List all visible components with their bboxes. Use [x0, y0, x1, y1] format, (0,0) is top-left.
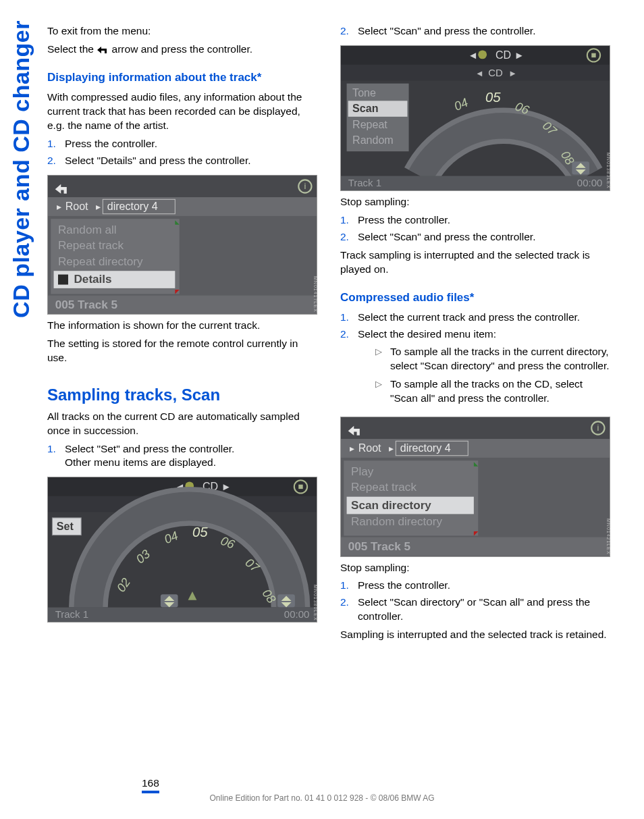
triangle-icon: ▷: [375, 377, 390, 406]
svg-text:005 Track 5: 005 Track 5: [348, 540, 411, 553]
sampling-desc: All tracks on the current CD are automat…: [47, 410, 317, 438]
svg-text:Set: Set: [57, 521, 74, 533]
substeps: ▷To sample all the tracks in the current…: [358, 345, 610, 406]
step-text: Select "Scan" and press the controller.: [358, 24, 610, 38]
svg-text:◄: ◄: [468, 49, 478, 61]
step-text: Select the desired menu item: ▷To sample…: [358, 327, 610, 411]
side-tab: CD player and CD changer: [8, 20, 38, 358]
heading-displaying-info: Displaying information about the track*: [47, 70, 317, 85]
sampling-steps: 1. Select "Set" and press the controller…: [47, 442, 317, 471]
svg-text:Track 1: Track 1: [55, 608, 88, 620]
info-stored: The setting is stored for the remote con…: [47, 337, 317, 365]
info-desc: With compressed audio files, any informa…: [47, 90, 317, 133]
substep-text: To sample all the tracks in the current …: [390, 345, 610, 373]
footer: 168 Online Edition for Part no. 01 41 0 …: [0, 793, 644, 803]
svg-point-56: [478, 50, 487, 59]
stop-sampling-2: Stop sampling:: [340, 561, 610, 575]
svg-text:Scan directory: Scan directory: [351, 499, 431, 512]
step-num: 1.: [340, 579, 358, 593]
step-num: 2.: [340, 230, 358, 244]
stop-steps-1: 1.Press the controller. 2.Select "Scan" …: [340, 213, 610, 244]
heading-sampling: Sampling tracks, Scan: [47, 386, 317, 404]
svg-text:05: 05: [192, 525, 208, 539]
svg-text:Random directory: Random directory: [351, 516, 442, 529]
step-num: 1.: [47, 442, 65, 471]
svg-text:▸: ▸: [57, 201, 61, 212]
svg-text:00:00: 00:00: [284, 608, 309, 620]
screenshot-set-wheel: ◄ CD ► ◄ CD ► Set: [47, 477, 317, 623]
svg-text:directory 4: directory 4: [107, 200, 158, 212]
page-number: 168: [142, 777, 159, 793]
sampling-retained: Sampling is interrupted and the selected…: [340, 628, 610, 642]
screenshot-details-menu: i ▸ Root ▸ directory 4 Random all Repeat…: [47, 175, 317, 315]
svg-text:Repeat track: Repeat track: [58, 239, 124, 252]
svg-text:Play: Play: [351, 465, 374, 478]
step-num: 2.: [340, 24, 358, 38]
right-column: 2.Select "Scan" and press the controller…: [340, 20, 610, 646]
step-text: Press the controller.: [358, 579, 610, 593]
svg-text:directory 4: directory 4: [400, 442, 451, 454]
step-text: Select the current track and press the c…: [358, 311, 610, 325]
svg-text:Tone: Tone: [352, 86, 376, 99]
svg-text:00:00: 00:00: [577, 176, 602, 188]
svg-text:05: 05: [485, 90, 501, 105]
svg-text:i: i: [304, 181, 306, 191]
svg-text:Track 1: Track 1: [348, 176, 381, 188]
svg-text:Random: Random: [352, 134, 394, 146]
svg-rect-17: [58, 274, 68, 284]
step-text: Select "Scan" and press the controller.: [358, 230, 610, 244]
svg-rect-28: [298, 485, 302, 489]
svg-text:▸: ▸: [350, 443, 354, 454]
screenshot-scan-wheel: ◄ CD ► ◄ CD ► Tone Scan Repeat Random: [340, 45, 610, 191]
svg-text:◄: ◄: [475, 68, 484, 78]
step-text: Select "Scan directory" or "Scan all" an…: [358, 596, 610, 624]
info-shown: The information is shown for the current…: [47, 319, 317, 333]
step-num: 1.: [47, 137, 65, 151]
svg-rect-4: [48, 197, 317, 216]
step-text: Select "Set" and press the controller. O…: [65, 442, 317, 471]
step-num: 2.: [340, 327, 358, 411]
step-text: Press the controller.: [358, 213, 610, 228]
svg-text:CD: CD: [495, 49, 511, 61]
svg-text:Root: Root: [65, 200, 88, 212]
back-arrow-icon: [97, 45, 109, 55]
right-step-2: 2.Select "Scan" and press the controller…: [340, 24, 610, 38]
side-tab-text: CD player and CD changer: [8, 20, 34, 318]
step-num: 1.: [340, 213, 358, 228]
svg-text:005 Track 5: 005 Track 5: [55, 298, 118, 311]
svg-text:Root: Root: [358, 442, 381, 454]
footer-line: Online Edition for Part no. 01 41 0 012 …: [209, 793, 434, 803]
svg-rect-1: [48, 176, 317, 197]
svg-rect-16: [54, 271, 176, 288]
svg-rect-83: [341, 417, 610, 439]
step-num: 1.: [340, 311, 358, 325]
svg-text:i: i: [597, 423, 599, 433]
stop-sampling-1: Stop sampling:: [340, 195, 610, 209]
svg-text:▸: ▸: [96, 201, 101, 212]
substep-text: To sample all the tracks on the CD, sele…: [390, 377, 610, 406]
step-text: Press the controller.: [65, 137, 317, 151]
svg-text:►: ►: [514, 49, 525, 61]
triangle-icon: ▷: [375, 345, 390, 373]
left-column: To exit from the menu: Select the arrow …: [47, 20, 317, 646]
svg-text:▸: ▸: [389, 443, 394, 454]
sampling-interrupted: Track sampling is interrupted and the se…: [340, 248, 610, 277]
svg-text:►: ►: [221, 481, 232, 493]
svg-text:Details: Details: [74, 273, 112, 286]
step-text: Select "Details" and press the controlle…: [65, 154, 317, 168]
compressed-steps: 1.Select the current track and press the…: [340, 311, 610, 411]
svg-text:Random all: Random all: [58, 223, 117, 236]
svg-text:►: ►: [508, 68, 517, 78]
heading-compressed: Compressed audio files*: [340, 290, 610, 305]
svg-text:Scan: Scan: [352, 102, 378, 114]
svg-rect-86: [341, 439, 610, 458]
step-num: 2.: [47, 154, 65, 168]
step-num: 2.: [340, 596, 358, 624]
svg-rect-60: [591, 53, 595, 57]
svg-text:Repeat: Repeat: [352, 118, 387, 130]
stop-steps-2: 1.Press the controller. 2.Select "Scan d…: [340, 579, 610, 624]
info-steps: 1.Press the controller. 2.Select "Detail…: [47, 137, 317, 168]
screenshot-scan-directory: i ▸ Root ▸ directory 4 Play Repeat track…: [340, 417, 610, 556]
svg-text:Repeat track: Repeat track: [351, 481, 417, 494]
svg-text:Repeat directory: Repeat directory: [58, 255, 143, 267]
